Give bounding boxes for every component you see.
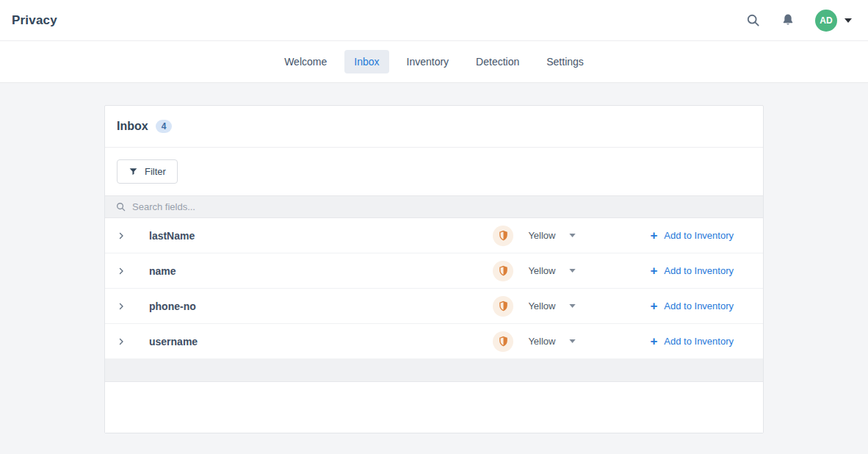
- add-to-inventory-button[interactable]: + Add to Inventory: [650, 300, 734, 312]
- filter-funnel-icon: [129, 167, 138, 176]
- tab-inbox[interactable]: Inbox: [344, 50, 388, 73]
- expand-chevron-icon[interactable]: [117, 267, 126, 275]
- table-row: name Yellow + Add to Inventory: [105, 253, 763, 289]
- classification-shield-icon: [493, 296, 513, 317]
- card-footer: [105, 382, 763, 433]
- plus-icon: +: [650, 229, 657, 242]
- search-icon[interactable]: [745, 12, 761, 29]
- expand-chevron-icon[interactable]: [117, 302, 126, 311]
- tab-welcome[interactable]: Welcome: [275, 50, 336, 73]
- field-name: phone-no: [149, 300, 196, 312]
- table-row: lastName Yellow + Add to Inventor: [105, 218, 763, 253]
- classification-value: Yellow: [528, 336, 555, 347]
- list-end-strip: [105, 359, 763, 382]
- bell-icon[interactable]: [780, 12, 796, 29]
- plus-icon: +: [650, 264, 657, 277]
- field-name: name: [149, 265, 176, 277]
- plus-icon: +: [650, 335, 657, 347]
- expand-chevron-icon[interactable]: [117, 337, 126, 346]
- avatar[interactable]: AD: [815, 10, 837, 32]
- field-rows: lastName Yellow + Add to Inventor: [105, 218, 763, 359]
- table-row: phone-no Yellow + Add to Inventor: [105, 289, 763, 324]
- add-to-inventory-button[interactable]: + Add to Inventory: [650, 335, 734, 347]
- inbox-card: Inbox 4 Filter last: [104, 105, 764, 433]
- classification-shield-icon: [493, 261, 513, 281]
- card-title: Inbox: [117, 120, 148, 133]
- inbox-count-badge: 4: [156, 120, 173, 133]
- expand-chevron-icon[interactable]: [117, 231, 126, 240]
- app-title: Privacy: [12, 13, 57, 28]
- toolbar: Filter: [105, 148, 763, 195]
- search-icon: [115, 201, 126, 212]
- add-to-inventory-label: Add to Inventory: [664, 336, 734, 347]
- classification-shield-icon: [493, 226, 513, 246]
- chevron-down-icon: [569, 339, 576, 343]
- chevron-down-icon: [845, 18, 852, 23]
- chevron-down-icon: [569, 304, 576, 308]
- classification-dropdown[interactable]: Yellow: [528, 300, 584, 311]
- add-to-inventory-label: Add to Inventory: [664, 265, 734, 276]
- table-row: username Yellow + Add to Inventor: [105, 324, 763, 359]
- app-header: Privacy AD: [0, 0, 868, 41]
- classification-dropdown[interactable]: Yellow: [528, 265, 584, 276]
- filter-button-label: Filter: [145, 166, 166, 177]
- add-to-inventory-label: Add to Inventory: [664, 300, 734, 311]
- plus-icon: +: [650, 300, 657, 312]
- filter-button[interactable]: Filter: [117, 159, 178, 184]
- classification-value: Yellow: [528, 300, 555, 311]
- classification-value: Yellow: [528, 265, 555, 276]
- add-to-inventory-label: Add to Inventory: [664, 230, 734, 241]
- tab-settings[interactable]: Settings: [537, 50, 593, 73]
- search-input[interactable]: [132, 201, 753, 212]
- field-name: username: [149, 336, 198, 347]
- classification-dropdown[interactable]: Yellow: [528, 336, 584, 347]
- add-to-inventory-button[interactable]: + Add to Inventory: [650, 264, 734, 277]
- chevron-down-icon: [569, 269, 576, 273]
- search-bar: [105, 195, 763, 218]
- classification-dropdown[interactable]: Yellow: [528, 230, 584, 241]
- page-content: Inbox 4 Filter last: [0, 83, 868, 433]
- tab-detection[interactable]: Detection: [466, 50, 529, 73]
- field-name: lastName: [149, 230, 195, 242]
- chevron-down-icon: [569, 234, 576, 237]
- tab-inventory[interactable]: Inventory: [397, 50, 459, 73]
- classification-value: Yellow: [528, 230, 555, 241]
- classification-shield-icon: [493, 331, 513, 352]
- user-menu[interactable]: AD: [815, 10, 852, 32]
- header-actions: AD: [745, 10, 852, 32]
- main-nav: WelcomeInboxInventoryDetectionSettings: [0, 41, 868, 83]
- card-header: Inbox 4: [105, 106, 763, 148]
- add-to-inventory-button[interactable]: + Add to Inventory: [650, 229, 734, 242]
